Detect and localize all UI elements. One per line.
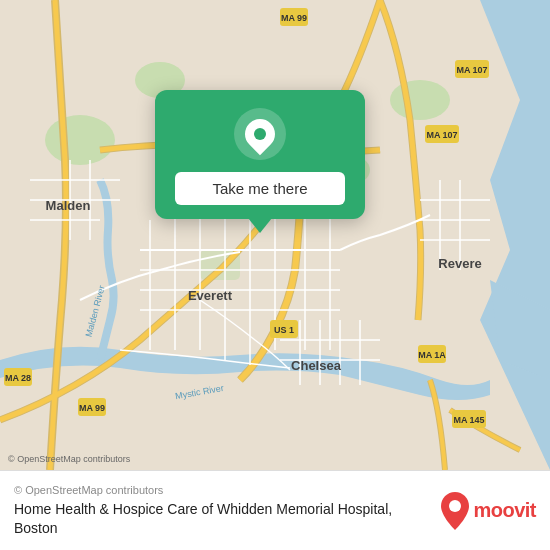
- moovit-pin-icon: [441, 492, 469, 530]
- svg-text:MA 99: MA 99: [79, 403, 105, 413]
- svg-text:Everett: Everett: [188, 288, 233, 303]
- svg-point-3: [390, 80, 450, 120]
- svg-text:MA 107: MA 107: [456, 65, 487, 75]
- moovit-logo: moovit: [441, 492, 536, 530]
- take-me-there-button[interactable]: Take me there: [175, 172, 345, 205]
- svg-text:Malden: Malden: [46, 198, 91, 213]
- location-icon-container: [234, 108, 286, 160]
- svg-text:Revere: Revere: [438, 256, 481, 271]
- svg-text:MA 99: MA 99: [281, 13, 307, 23]
- location-title: Home Health & Hospice Care of Whidden Me…: [14, 500, 427, 536]
- location-popup: Take me there: [155, 90, 365, 219]
- map-container: MA 99 MA 60 MA 60 MA 107 MA 107 US 1 MA …: [0, 0, 550, 470]
- svg-text:MA 107: MA 107: [426, 130, 457, 140]
- svg-text:MA 145: MA 145: [453, 415, 484, 425]
- svg-point-33: [449, 500, 461, 512]
- svg-text:MA 28: MA 28: [5, 373, 31, 383]
- svg-text:© OpenStreetMap contributors: © OpenStreetMap contributors: [8, 454, 131, 464]
- location-pin-icon: [239, 113, 281, 155]
- svg-text:MA 1A: MA 1A: [418, 350, 446, 360]
- svg-point-1: [45, 115, 115, 165]
- moovit-brand-text: moovit: [473, 499, 536, 522]
- svg-text:US 1: US 1: [274, 325, 294, 335]
- footer-text-block: © OpenStreetMap contributors Home Health…: [14, 484, 427, 536]
- attribution-text: © OpenStreetMap contributors: [14, 484, 427, 496]
- footer: © OpenStreetMap contributors Home Health…: [0, 470, 550, 550]
- svg-text:Chelsea: Chelsea: [291, 358, 342, 373]
